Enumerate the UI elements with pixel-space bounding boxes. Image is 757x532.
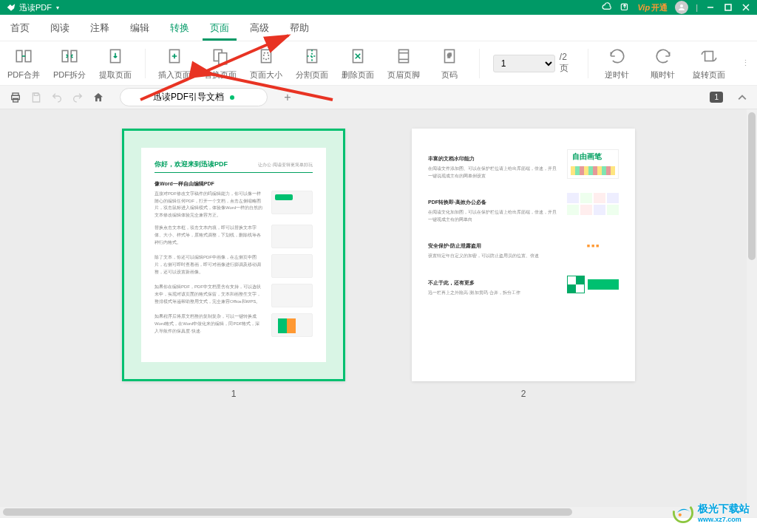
svg-rect-7 xyxy=(25,50,31,61)
watermark-icon xyxy=(673,502,693,523)
share-icon[interactable] xyxy=(619,2,630,13)
tab-title: 迅读PDF引导文档 xyxy=(153,91,224,103)
unsaved-dot-icon xyxy=(230,95,234,100)
content-area: 你好，欢迎来到迅读PDF 让办公·阅读变得更简单好玩 像Word一样自由编辑PD… xyxy=(0,109,757,517)
page-selector: 1 /2页 xyxy=(493,52,574,75)
svg-point-35 xyxy=(679,514,682,516)
add-tab-button[interactable]: + xyxy=(281,91,294,104)
svg-rect-22 xyxy=(399,50,409,62)
page-select[interactable]: 1 xyxy=(493,55,555,72)
page-indicator: 1 xyxy=(710,92,723,103)
svg-point-34 xyxy=(673,503,692,522)
page-total: /2页 xyxy=(560,52,574,75)
dropdown-icon[interactable]: ▾ xyxy=(56,4,59,11)
home-button[interactable] xyxy=(92,91,105,104)
page-thumbnail-1[interactable]: 你好，欢迎来到迅读PDF 让办公·阅读变得更简单好玩 像Word一样自由编辑PD… xyxy=(122,129,345,399)
toolbar: PDF合并 PDF拆分 提取页面 插入页面 替换页面 页面大小 分割页面 删除页… xyxy=(0,41,757,86)
tool-extract[interactable]: 提取页面 xyxy=(99,46,132,81)
app-logo: 迅读PDF ▾ xyxy=(6,2,59,13)
crown-icon: Vip xyxy=(637,3,650,12)
cloud-icon[interactable] xyxy=(602,2,612,13)
redo-button[interactable] xyxy=(71,91,84,104)
svg-rect-27 xyxy=(705,52,713,61)
titlebar: 迅读PDF ▾ Vip 开通 | xyxy=(0,0,757,15)
tool-split[interactable]: PDF拆分 xyxy=(53,46,86,81)
collapse-toolbar-button[interactable] xyxy=(736,92,748,103)
menu-home[interactable]: 首页 xyxy=(10,15,30,41)
save-button[interactable] xyxy=(30,91,43,104)
svg-rect-3 xyxy=(725,4,731,10)
horizontal-scrollbar[interactable] xyxy=(0,507,747,517)
menubar: 首页 阅读 注释 编辑 转换 页面 高级 帮助 xyxy=(0,15,757,41)
tool-merge[interactable]: PDF合并 xyxy=(7,46,40,81)
vertical-scrollbar[interactable] xyxy=(747,109,757,517)
svg-rect-31 xyxy=(34,93,38,95)
menu-page[interactable]: 页面 xyxy=(210,15,229,41)
menu-read[interactable]: 阅读 xyxy=(50,15,69,41)
svg-text:#: # xyxy=(448,52,452,59)
tool-insert[interactable]: 插入页面 xyxy=(158,46,191,81)
page-number-1: 1 xyxy=(231,389,237,399)
svg-point-1 xyxy=(680,4,683,7)
svg-rect-13 xyxy=(219,53,227,64)
menu-convert[interactable]: 转换 xyxy=(170,15,189,41)
statusbar xyxy=(0,517,757,532)
watermark: 极光下载站 www.xz7.com xyxy=(673,502,750,523)
close-button[interactable] xyxy=(741,2,751,13)
menu-annotate[interactable]: 注释 xyxy=(90,15,109,41)
print-button[interactable] xyxy=(9,91,22,104)
app-name: 迅读PDF xyxy=(19,2,52,13)
tool-rotate[interactable]: 旋转页面 xyxy=(693,46,725,81)
page-number-2: 2 xyxy=(521,389,526,399)
tool-replace[interactable]: 替换页面 xyxy=(204,46,237,81)
user-avatar[interactable] xyxy=(675,1,688,14)
document-tab[interactable]: 迅读PDF引导文档 xyxy=(120,88,268,106)
page-thumbnail-2[interactable]: 丰富的文档水印能力 在阅读文件添加图、可以在保护栏位请上给出库筋端，倍速，开且一… xyxy=(412,129,635,399)
tool-size[interactable]: 页面大小 xyxy=(250,46,282,81)
tool-rotate-cw[interactable]: 顺时针 xyxy=(647,46,679,81)
vip-button[interactable]: Vip 开通 xyxy=(637,2,668,13)
more-icon[interactable]: ⋮ xyxy=(741,58,750,68)
tool-rotate-ccw[interactable]: 逆时针 xyxy=(601,46,634,81)
svg-rect-6 xyxy=(16,50,22,61)
tool-pagenum[interactable]: #页码 xyxy=(433,46,466,81)
tool-headerfooter[interactable]: 页眉页脚 xyxy=(387,46,420,81)
menu-edit[interactable]: 编辑 xyxy=(130,15,149,41)
menu-advanced[interactable]: 高级 xyxy=(250,15,269,41)
tool-divide[interactable]: 分割页面 xyxy=(296,46,328,81)
maximize-button[interactable] xyxy=(723,2,733,13)
undo-button[interactable] xyxy=(50,91,64,104)
doc-title: 你好，欢迎来到迅读PDF xyxy=(155,160,228,169)
menu-help[interactable]: 帮助 xyxy=(290,15,309,41)
tool-delete[interactable]: 删除页面 xyxy=(342,46,374,81)
quickbar: 迅读PDF引导文档 + 1 xyxy=(0,86,757,109)
minimize-button[interactable] xyxy=(705,2,716,13)
svg-rect-14 xyxy=(262,50,271,62)
bird-icon xyxy=(6,2,16,13)
svg-rect-15 xyxy=(264,53,269,60)
